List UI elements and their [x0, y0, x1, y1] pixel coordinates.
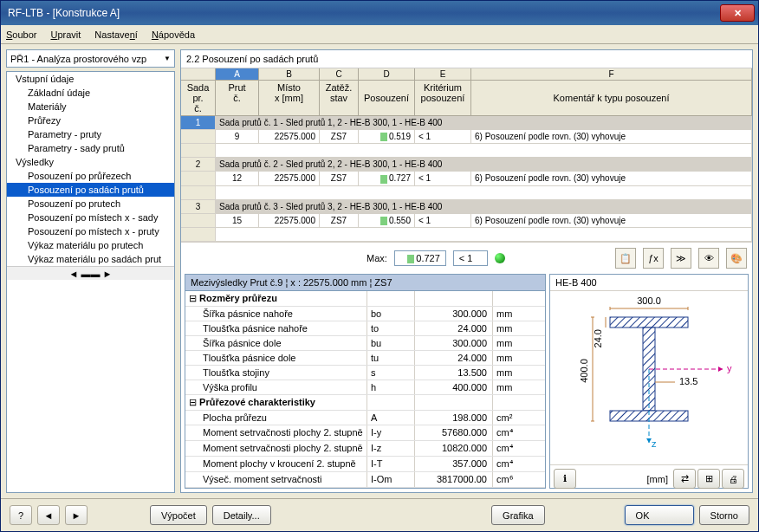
detail-row: Moment setrvačnosti plochy 2. stupněI-y5…	[185, 425, 545, 441]
detail-row: Šířka pásnice nahořebo300.000mm	[185, 307, 545, 321]
case-dropdown-value: PŘ1 - Analýza prostorového vzp	[10, 54, 146, 64]
prev-btn[interactable]: ◄	[37, 505, 60, 525]
detail-grid: Mezivýsledky Prut č.9 ¦ x : 22575.000 mm…	[185, 274, 546, 489]
detail-row: Moment setrvačnosti plochy 2. stupněI-z1…	[185, 441, 545, 457]
profile-unit: [mm]	[647, 474, 668, 484]
tree-item[interactable]: Posouzení po místech x - sady	[7, 211, 174, 224]
summary-row: Max: 0.727 < 1 📋 ƒx ≫ 👁 🎨	[181, 242, 752, 274]
help-btn[interactable]: ?	[10, 505, 32, 525]
detail-group-title[interactable]: Průřezové charakteristiky	[185, 395, 367, 410]
detaily-button[interactable]: Detaily...	[212, 505, 271, 525]
menu-nastaveni[interactable]: Nastavení	[94, 29, 138, 40]
tree-item[interactable]: Výsledky	[7, 155, 174, 169]
profile-print-btn[interactable]: 🖨	[722, 469, 744, 489]
grid-group-row[interactable]: 2Sada prutů č. 2 - Sled prutů 2, 2 - HE-…	[181, 158, 752, 172]
tool-btn-4[interactable]: 👁	[698, 248, 719, 269]
status-ok-icon	[495, 253, 505, 263]
grid-data-row[interactable]: 12 22575.000 ZS7 0.727 < 1 6) Posouzení …	[181, 172, 752, 185]
profile-view-btn-2[interactable]: ⊞	[697, 469, 720, 489]
profile-view-btn-1[interactable]: ⇄	[673, 469, 696, 489]
tree-item[interactable]: Parametry - pruty	[7, 127, 174, 141]
tool-btn-5[interactable]: 🎨	[726, 248, 747, 269]
tree-item[interactable]: Výkaz materiálu po prutech	[7, 238, 174, 252]
next-btn[interactable]: ►	[65, 505, 88, 525]
tree-item[interactable]: Výkaz materiálu po sadách prut	[7, 252, 174, 266]
svg-text:y: y	[727, 363, 732, 373]
tree-item[interactable]: Materiály	[7, 100, 174, 114]
svg-text:400.0: 400.0	[579, 359, 589, 383]
tool-btn-3[interactable]: ≫	[671, 248, 691, 269]
tree-item[interactable]: Vstupní údaje	[7, 72, 174, 86]
svg-text:13.5: 13.5	[679, 376, 697, 386]
grafika-button[interactable]: Grafika	[491, 505, 544, 525]
tree-item[interactable]: Posouzení po sadách prutů	[7, 183, 174, 197]
case-dropdown[interactable]: PŘ1 - Analýza prostorového vzp	[6, 49, 175, 68]
detail-row: Plocha průřezuA198.000cm²	[185, 411, 545, 425]
detail-group-title[interactable]: Rozměry průřezu	[185, 291, 367, 306]
dim-b: 300.0	[637, 295, 661, 306]
svg-text:z: z	[652, 438, 657, 449]
tool-btn-2[interactable]: ƒx	[643, 248, 664, 269]
tree-item[interactable]: Parametry - sady prutů	[7, 141, 174, 155]
close-button[interactable]: ✕	[720, 4, 755, 22]
profile-info-btn[interactable]: ℹ	[554, 469, 576, 489]
window-title: RF-LTB - [Konstrukce A]	[4, 7, 720, 19]
grid-headers: Sada pr.č. Prutč. Místox [mm] Zatěž.stav…	[181, 81, 752, 116]
detail-header: Mezivýsledky Prut č.9 ¦ x : 22575.000 mm…	[185, 275, 545, 291]
bottom-bar: ? ◄ ► Výpočet Detaily... Grafika OK Stor…	[1, 498, 758, 531]
profile-diagram: 300.0 400.0 24.0 13.5 y	[550, 291, 748, 464]
app-window: RF-LTB - [Konstrukce A] ✕ Soubor Upravit…	[0, 0, 759, 532]
detail-row: Výseč. moment setrvačnostiI-Om3817000.00…	[185, 472, 545, 488]
detail-row: Tloušťka pásnice doletu24.000mm	[185, 351, 545, 366]
max-value: 0.727	[394, 250, 446, 266]
tree-item[interactable]: Základní údaje	[7, 86, 174, 100]
titlebar: RF-LTB - [Konstrukce A] ✕	[1, 1, 758, 25]
grid-group-row[interactable]: 1Sada prutů č. 1 - Sled prutů 1, 2 - HE-…	[181, 116, 752, 130]
section-title: 2.2 Posouzení po sadách prutů	[181, 50, 752, 68]
detail-row: Výška profiluh400.000mm	[185, 380, 545, 395]
tree-item[interactable]: Posouzení po prutech	[7, 197, 174, 211]
grid-col-letters: A B C D E F	[181, 68, 752, 81]
profile-panel: HE-B 400	[549, 274, 749, 489]
tree-scrollbar[interactable]: ◄ ▬▬ ►	[7, 266, 174, 280]
grid-data-row[interactable]: 15 22575.000 ZS7 0.550 < 1 6) Posouzení …	[181, 214, 752, 228]
tool-btn-1[interactable]: 📋	[615, 248, 636, 269]
detail-row: Šířka pásnice dolebu300.000mm	[185, 336, 545, 351]
nav-tree: Vstupní údajeZákladní údajeMateriályPrůř…	[6, 71, 175, 493]
tree-item[interactable]: Posouzení po průřezech	[7, 169, 174, 183]
detail-row: Tloušťka pásnice nahořeto24.000mm	[185, 321, 545, 336]
max-criterion: < 1	[453, 250, 488, 266]
grid-data-row[interactable]: 9 22575.000 ZS7 0.519 < 1 6) Posouzení p…	[181, 130, 752, 144]
detail-row: Tloušťka stojinys13.500mm	[185, 366, 545, 380]
menubar: Soubor Upravit Nastavení Nápověda	[1, 25, 758, 44]
grid-body[interactable]: 1Sada prutů č. 1 - Sled prutů 1, 2 - HE-…	[181, 116, 752, 242]
tree-item[interactable]: Průřezy	[7, 114, 174, 127]
storno-button[interactable]: Storno	[699, 505, 749, 525]
profile-name: HE-B 400	[550, 275, 748, 291]
menu-upravit[interactable]: Upravit	[50, 29, 81, 40]
menu-napoveda[interactable]: Nápověda	[152, 29, 195, 40]
menu-soubor[interactable]: Soubor	[6, 29, 36, 40]
svg-text:24.0: 24.0	[593, 329, 603, 347]
tree-item[interactable]: Posouzení po místech x - pruty	[7, 224, 174, 238]
detail-row: Moment plochy v kroucení 2. stupněI-T357…	[185, 457, 545, 472]
ok-button[interactable]: OK	[625, 505, 694, 525]
svg-rect-2	[610, 317, 688, 328]
max-label: Max:	[367, 253, 387, 263]
grid-group-row[interactable]: 3Sada prutů č. 3 - Sled prutů 3, 2 - HE-…	[181, 200, 752, 214]
svg-marker-17	[718, 367, 723, 372]
vypocet-button[interactable]: Výpočet	[150, 505, 207, 525]
